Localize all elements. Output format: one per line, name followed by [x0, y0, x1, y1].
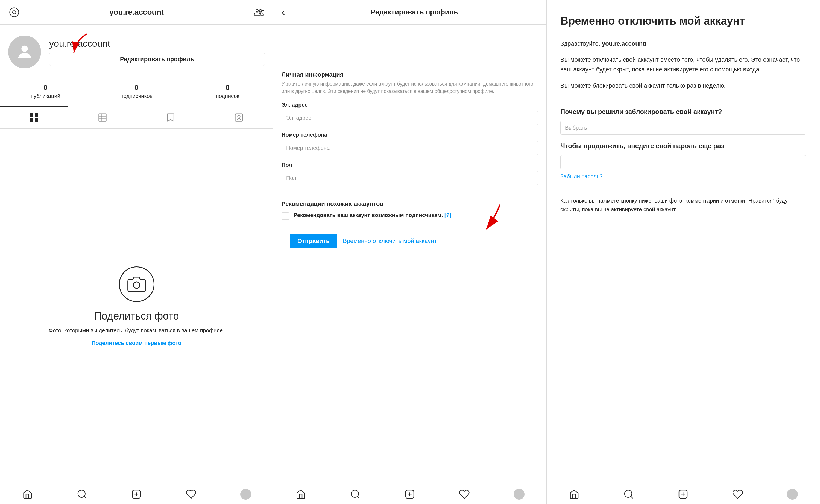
nav-profile-2[interactable] — [492, 489, 546, 500]
panel-edit-profile: ‹ Редактировать профиль Личная информаци… — [273, 0, 547, 504]
nav-add-2[interactable] — [383, 489, 437, 500]
recommend-checkbox[interactable] — [282, 212, 289, 220]
empty-title: Поделиться фото — [94, 310, 179, 322]
bottom-nav-panel1 — [0, 484, 273, 504]
camera-icon — [119, 266, 154, 302]
tab-tagged[interactable] — [205, 106, 273, 128]
profile-photo-edit-area[interactable] — [273, 25, 546, 63]
following-count: 0 — [225, 83, 229, 92]
svg-line-29 — [631, 496, 632, 498]
svg-point-1 — [13, 11, 16, 14]
empty-desc: Фото, которыми вы делитесь, будут показы… — [49, 326, 224, 335]
followers-label: подписчиков — [121, 93, 153, 99]
personal-info-section: Личная информация Укажите личную информа… — [282, 71, 538, 95]
password-heading: Чтобы продолжить, введите свой пароль ещ… — [560, 141, 806, 151]
nav-search[interactable] — [55, 489, 109, 500]
divider-2 — [560, 188, 806, 188]
phone-input[interactable] — [282, 141, 538, 155]
stat-followers[interactable]: 0 подписчиков — [91, 83, 182, 99]
email-input[interactable] — [282, 111, 538, 125]
edit-form-section: Личная информация Укажите личную информа… — [273, 63, 546, 484]
rec-text: Рекомендовать ваш аккаунт возможным подп… — [294, 211, 451, 219]
svg-line-24 — [357, 496, 359, 498]
phone-label: Номер телефона — [282, 132, 538, 138]
disable-account-title: Временно отключить мой аккаунт — [560, 14, 806, 28]
edit-profile-header: ‹ Редактировать профиль — [273, 0, 546, 25]
recommendations-section: Рекомендации похожих аккаунтов Рекомендо… — [282, 194, 538, 220]
svg-rect-9 — [35, 118, 38, 122]
personal-info-desc: Укажите личную информацию, даже если акк… — [282, 80, 538, 95]
nav-search-2[interactable] — [328, 489, 383, 500]
stat-posts[interactable]: 0 публикаций — [0, 83, 91, 99]
block-reason-heading: Почему вы решили заблокировать свой акка… — [560, 107, 806, 116]
nav-heart-2[interactable] — [437, 489, 492, 500]
nav-heart[interactable] — [164, 489, 218, 500]
password-input[interactable] — [560, 155, 806, 169]
edit-profile-title: Редактировать профиль — [291, 8, 538, 16]
phone-field-group: Номер телефона — [282, 132, 538, 155]
nav-home[interactable] — [0, 489, 55, 500]
rec-title: Рекомендации похожих аккаунтов — [282, 200, 538, 207]
gender-input[interactable] — [282, 171, 538, 185]
posts-count: 0 — [43, 83, 47, 92]
nav-profile[interactable] — [218, 489, 273, 500]
nav-home-2[interactable] — [273, 489, 328, 500]
nav-search-3[interactable] — [601, 489, 656, 500]
profile-header-username: you.re.account — [109, 8, 164, 17]
rec-help-link[interactable]: [?] — [444, 212, 452, 218]
nav-profile-3[interactable] — [765, 489, 820, 500]
nav-heart-3[interactable] — [710, 489, 765, 500]
svg-rect-6 — [30, 113, 33, 117]
block-reason-select[interactable]: Выбрать — [560, 121, 806, 135]
submit-button[interactable]: Отправить — [290, 234, 337, 248]
svg-point-4 — [21, 46, 28, 52]
bottom-note-text: Как только вы нажмете кнопку ниже, ваши … — [560, 196, 806, 214]
greeting-username: you.re.account — [602, 40, 645, 47]
svg-point-17 — [78, 490, 85, 497]
svg-point-15 — [238, 116, 240, 118]
stats-row: 0 публикаций 0 подписчиков 0 подписок — [0, 77, 273, 106]
nav-add-3[interactable] — [656, 489, 711, 500]
profile-header: you.re.account — [0, 0, 273, 25]
stat-following[interactable]: 0 подписок — [182, 83, 273, 99]
divider-1 — [560, 99, 806, 99]
panel-disable-account: Временно отключить мой аккаунт Здравству… — [547, 0, 820, 504]
edit-button-wrapper: Редактировать профиль — [49, 53, 265, 66]
svg-line-18 — [84, 496, 86, 498]
disable-account-link[interactable]: Временно отключить мой аккаунт — [343, 238, 437, 245]
tab-list[interactable] — [68, 106, 137, 128]
svg-rect-8 — [30, 118, 33, 122]
svg-point-0 — [10, 8, 19, 17]
tab-grid[interactable] — [0, 106, 68, 128]
empty-state: Поделиться фото Фото, которыми вы делите… — [0, 129, 273, 484]
svg-rect-7 — [35, 113, 38, 117]
add-person-icon[interactable] — [253, 6, 265, 18]
posts-label: публикаций — [31, 93, 60, 99]
email-label: Эл. адрес — [282, 102, 538, 108]
panel-profile: you.re.account you.re.account Редактиров… — [0, 0, 273, 504]
forgot-password-link[interactable]: Забыли пароль? — [560, 173, 806, 180]
svg-point-28 — [625, 490, 632, 497]
nav-home-3[interactable] — [547, 489, 601, 500]
rec-row: Рекомендовать ваш аккаунт возможным подп… — [282, 211, 538, 220]
profile-info-section: you.re.account Редактировать профиль — [0, 25, 273, 77]
gender-label: Пол — [282, 162, 538, 168]
nav-add[interactable] — [109, 489, 164, 500]
svg-rect-10 — [99, 114, 106, 121]
settings-icon[interactable] — [8, 6, 20, 18]
greeting-text: Здравствуйте, you.re.account! — [560, 39, 806, 48]
email-field-group: Эл. адрес — [282, 102, 538, 125]
profile-tabs — [0, 106, 273, 129]
followers-count: 0 — [134, 83, 138, 92]
share-link[interactable]: Поделитесь своим первым фото — [92, 340, 181, 346]
back-button[interactable]: ‹ — [282, 6, 285, 18]
gender-field-group: Пол — [282, 162, 538, 185]
following-label: подписок — [216, 93, 239, 99]
disable-account-content: Временно отключить мой аккаунт Здравству… — [547, 0, 820, 484]
personal-info-title: Личная информация — [282, 71, 538, 78]
edit-profile-button[interactable]: Редактировать профиль — [49, 53, 265, 66]
tab-saved[interactable] — [137, 106, 205, 128]
svg-rect-14 — [235, 114, 243, 121]
svg-point-16 — [133, 282, 140, 288]
form-actions: Отправить Временно отключить мой аккаунт — [282, 225, 538, 257]
